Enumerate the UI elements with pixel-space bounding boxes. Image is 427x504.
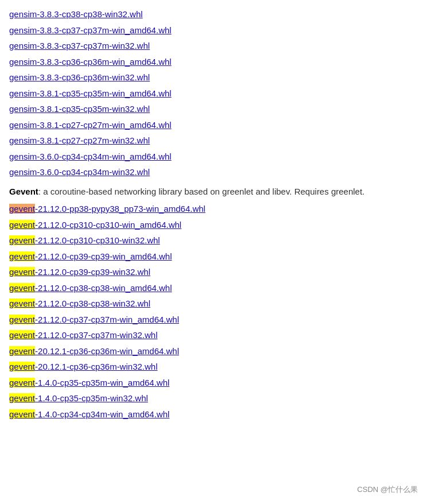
gensim-file-link[interactable]: gensim-3.6.0-cp34-cp34m-win32.whl xyxy=(9,167,150,177)
gevent-desc-text: : a coroutine-based networking library b… xyxy=(38,187,364,196)
gevent-rest: -1.4.0-cp34-cp34m-win_amd64.whl xyxy=(35,409,169,419)
gevent-file-link[interactable]: gevent-20.12.1-cp36-cp36m-win32.whl xyxy=(9,362,158,371)
gevent-file-link[interactable]: gevent-1.4.0-cp35-cp35m-win32.whl xyxy=(9,393,148,403)
gevent-file-link[interactable]: gevent-21.12.0-cp37-cp37m-win32.whl xyxy=(9,330,158,340)
gevent-prefix: gevent xyxy=(9,204,35,214)
list-item: gevent-21.12.0-pp38-pypy38_pp73-win_amd6… xyxy=(9,201,418,216)
gevent-prefix: gevent xyxy=(9,330,35,340)
gevent-link-list: gevent-21.12.0-pp38-pypy38_pp73-win_amd6… xyxy=(9,201,418,421)
gevent-rest: -1.4.0-cp35-cp35m-win32.whl xyxy=(35,393,148,403)
gensim-file-link[interactable]: gensim-3.8.1-cp35-cp35m-win32.whl xyxy=(9,104,150,114)
list-item: gensim-3.8.3-cp37-cp37m-win_amd64.whl xyxy=(9,23,418,38)
list-item: gensim-3.8.3-cp38-cp38-win32.whl xyxy=(9,7,418,22)
gensim-file-link[interactable]: gensim-3.8.3-cp36-cp36m-win_amd64.whl xyxy=(9,57,172,67)
list-item: gensim-3.8.1-cp35-cp35m-win_amd64.whl xyxy=(9,86,418,101)
list-item: gensim-3.8.1-cp35-cp35m-win32.whl xyxy=(9,102,418,117)
gevent-rest: -20.12.1-cp36-cp36m-win_amd64.whl xyxy=(35,346,179,356)
list-item: gensim-3.6.0-cp34-cp34m-win_amd64.whl xyxy=(9,149,418,164)
gevent-file-link[interactable]: gevent-21.12.0-cp38-cp38-win32.whl xyxy=(9,298,150,308)
list-item: gevent-20.12.1-cp36-cp36m-win_amd64.whl xyxy=(9,344,418,359)
gensim-file-link[interactable]: gensim-3.8.1-cp35-cp35m-win_amd64.whl xyxy=(9,88,172,98)
gensim-file-link[interactable]: gensim-3.8.3-cp38-cp38-win32.whl xyxy=(9,9,143,19)
gevent-rest: -21.12.0-pp38-pypy38_pp73-win_amd64.whl xyxy=(35,204,205,214)
list-item: gensim-3.8.1-cp27-cp27m-win_amd64.whl xyxy=(9,118,418,133)
gevent-file-link[interactable]: gevent-21.12.0-cp38-cp38-win_amd64.whl xyxy=(9,283,172,293)
gevent-file-link[interactable]: gevent-21.12.0-pp38-pypy38_pp73-win_amd6… xyxy=(9,204,205,214)
list-item: gensim-3.8.1-cp27-cp27m-win32.whl xyxy=(9,133,418,148)
list-item: gevent-1.4.0-cp35-cp35m-win_amd64.whl xyxy=(9,375,418,390)
list-item: gevent-21.12.0-cp38-cp38-win32.whl xyxy=(9,296,418,311)
gevent-rest: -21.12.0-cp310-cp310-win32.whl xyxy=(35,235,160,245)
gevent-file-link[interactable]: gevent-1.4.0-cp34-cp34m-win_amd64.whl xyxy=(9,409,169,419)
list-item: gensim-3.8.3-cp36-cp36m-win_amd64.whl xyxy=(9,55,418,69)
gevent-rest: -21.12.0-cp39-cp39-win32.whl xyxy=(35,267,150,277)
gevent-rest: -21.12.0-cp37-cp37m-win32.whl xyxy=(35,330,157,340)
gevent-rest: -21.12.0-cp39-cp39-win_amd64.whl xyxy=(35,251,172,261)
gevent-file-link[interactable]: gevent-21.12.0-cp39-cp39-win32.whl xyxy=(9,267,150,277)
gevent-rest: -21.12.0-cp38-cp38-win32.whl xyxy=(35,298,150,308)
gevent-file-link[interactable]: gevent-21.12.0-cp310-cp310-win_amd64.whl xyxy=(9,220,181,230)
gevent-prefix: gevent xyxy=(9,283,35,293)
gevent-prefix: gevent xyxy=(9,298,35,308)
gensim-file-link[interactable]: gensim-3.8.1-cp27-cp27m-win32.whl xyxy=(9,135,150,145)
gevent-prefix: gevent xyxy=(9,220,35,230)
gevent-file-link[interactable]: gevent-21.12.0-cp39-cp39-win_amd64.whl xyxy=(9,251,172,261)
gensim-file-link[interactable]: gensim-3.8.3-cp37-cp37m-win_amd64.whl xyxy=(9,25,172,35)
gevent-prefix: gevent xyxy=(9,315,35,324)
gevent-prefix: gevent xyxy=(9,251,35,261)
list-item: gevent-21.12.0-cp310-cp310-win32.whl xyxy=(9,233,418,248)
list-item: gevent-20.12.1-cp36-cp36m-win32.whl xyxy=(9,359,418,374)
gevent-rest: -20.12.1-cp36-cp36m-win32.whl xyxy=(35,362,157,371)
gevent-file-link[interactable]: gevent-1.4.0-cp35-cp35m-win_amd64.whl xyxy=(9,378,169,387)
gensim-file-link[interactable]: gensim-3.8.3-cp37-cp37m-win32.whl xyxy=(9,41,150,51)
list-item: gevent-21.12.0-cp39-cp39-win_amd64.whl xyxy=(9,249,418,264)
list-item: gensim-3.6.0-cp34-cp34m-win32.whl xyxy=(9,165,418,180)
gensim-file-link[interactable]: gensim-3.8.3-cp36-cp36m-win32.whl xyxy=(9,72,150,82)
gevent-prefix: gevent xyxy=(9,362,35,371)
gevent-prefix: gevent xyxy=(9,393,35,403)
gevent-rest: -21.12.0-cp310-cp310-win_amd64.whl xyxy=(35,220,181,230)
list-item: gevent-1.4.0-cp34-cp34m-win_amd64.whl xyxy=(9,407,418,422)
gevent-file-link[interactable]: gevent-21.12.0-cp310-cp310-win32.whl xyxy=(9,235,160,245)
gevent-prefix: gevent xyxy=(9,378,35,387)
list-item: gevent-21.12.0-cp37-cp37m-win32.whl xyxy=(9,328,418,343)
gevent-prefix: gevent xyxy=(9,346,35,356)
list-item: gevent-21.12.0-cp310-cp310-win_amd64.whl xyxy=(9,218,418,232)
gevent-section-desc: Gevent: a coroutine-based networking lib… xyxy=(9,185,418,199)
gevent-prefix: gevent xyxy=(9,267,35,277)
gevent-file-link[interactable]: gevent-21.12.0-cp37-cp37m-win_amd64.whl xyxy=(9,315,179,324)
gevent-file-link[interactable]: gevent-20.12.1-cp36-cp36m-win_amd64.whl xyxy=(9,346,179,356)
gevent-title: Gevent xyxy=(9,187,38,196)
gensim-link-list: gensim-3.8.3-cp38-cp38-win32.whlgensim-3… xyxy=(9,7,418,180)
list-item: gensim-3.8.3-cp37-cp37m-win32.whl xyxy=(9,38,418,53)
list-item: gevent-21.12.0-cp37-cp37m-win_amd64.whl xyxy=(9,312,418,327)
gevent-prefix: gevent xyxy=(9,235,35,245)
gevent-rest: -21.12.0-cp38-cp38-win_amd64.whl xyxy=(35,283,172,293)
gevent-rest: -1.4.0-cp35-cp35m-win_amd64.whl xyxy=(35,378,169,387)
gensim-file-link[interactable]: gensim-3.6.0-cp34-cp34m-win_amd64.whl xyxy=(9,152,172,161)
list-item: gevent-21.12.0-cp38-cp38-win_amd64.whl xyxy=(9,281,418,296)
gensim-file-link[interactable]: gensim-3.8.1-cp27-cp27m-win_amd64.whl xyxy=(9,120,172,130)
gevent-rest: -21.12.0-cp37-cp37m-win_amd64.whl xyxy=(35,315,179,324)
gevent-prefix: gevent xyxy=(9,409,35,419)
list-item: gevent-1.4.0-cp35-cp35m-win32.whl xyxy=(9,391,418,406)
list-item: gensim-3.8.3-cp36-cp36m-win32.whl xyxy=(9,70,418,85)
list-item: gevent-21.12.0-cp39-cp39-win32.whl xyxy=(9,265,418,280)
